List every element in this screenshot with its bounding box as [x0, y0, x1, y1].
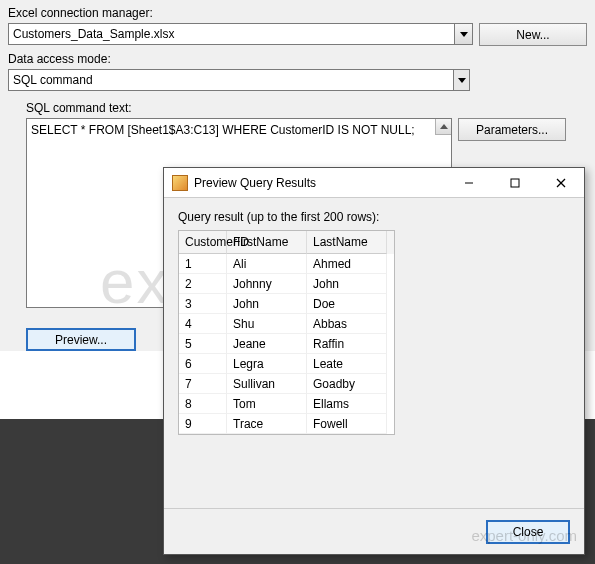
- table-cell: Abbas: [307, 314, 387, 334]
- data-access-mode-value: SQL command: [13, 73, 93, 87]
- table-cell: Jeane: [227, 334, 307, 354]
- table-cell: Doe: [307, 294, 387, 314]
- table-cell: 5: [179, 334, 227, 354]
- sql-command-content: SELECT * FROM [Sheet1$A3:C13] WHERE Cust…: [31, 123, 415, 137]
- table-cell: Goadby: [307, 374, 387, 394]
- table-row[interactable]: 8TomEllams: [179, 394, 394, 414]
- svg-rect-1: [511, 179, 519, 187]
- table-cell: Trace: [227, 414, 307, 434]
- column-header[interactable]: CustomerID: [179, 231, 227, 254]
- parameters-button[interactable]: Parameters...: [458, 118, 566, 141]
- maximize-icon[interactable]: [492, 168, 538, 198]
- close-button[interactable]: Close: [486, 520, 570, 544]
- table-cell: John: [307, 274, 387, 294]
- table-cell: 8: [179, 394, 227, 414]
- table-row[interactable]: 1AliAhmed: [179, 254, 394, 274]
- table-row[interactable]: 3JohnDoe: [179, 294, 394, 314]
- table-cell: Leate: [307, 354, 387, 374]
- table-cell: 6: [179, 354, 227, 374]
- connection-manager-label: Excel connection manager:: [8, 6, 587, 20]
- data-access-mode-combo[interactable]: SQL command: [8, 69, 470, 91]
- table-cell: Johnny: [227, 274, 307, 294]
- chevron-down-icon[interactable]: [453, 70, 469, 90]
- table-cell: 4: [179, 314, 227, 334]
- results-grid: CustomerID FirstName LastName 1AliAhmed2…: [178, 230, 395, 435]
- minimize-icon[interactable]: [446, 168, 492, 198]
- table-row[interactable]: 7SullivanGoadby: [179, 374, 394, 394]
- new-connection-button[interactable]: New...: [479, 23, 587, 46]
- table-cell: Tom: [227, 394, 307, 414]
- scroll-up-icon[interactable]: [435, 119, 451, 135]
- chevron-down-icon[interactable]: [454, 24, 472, 44]
- table-cell: Sullivan: [227, 374, 307, 394]
- table-cell: Legra: [227, 354, 307, 374]
- dialog-title: Preview Query Results: [194, 176, 446, 190]
- table-cell: Raffin: [307, 334, 387, 354]
- table-cell: Ahmed: [307, 254, 387, 274]
- table-row[interactable]: 4ShuAbbas: [179, 314, 394, 334]
- close-icon[interactable]: [538, 168, 584, 198]
- connection-manager-combo[interactable]: Customers_Data_Sample.xlsx: [8, 23, 473, 45]
- sql-command-text-label: SQL command text:: [26, 101, 587, 115]
- preview-button[interactable]: Preview...: [26, 328, 136, 351]
- table-cell: 3: [179, 294, 227, 314]
- grid-header: CustomerID FirstName LastName: [179, 231, 394, 254]
- table-cell: 9: [179, 414, 227, 434]
- table-row[interactable]: 9TraceFowell: [179, 414, 394, 434]
- table-row[interactable]: 2JohnnyJohn: [179, 274, 394, 294]
- app-icon: [172, 175, 188, 191]
- table-row[interactable]: 5JeaneRaffin: [179, 334, 394, 354]
- column-header[interactable]: FirstName: [227, 231, 307, 254]
- query-result-hint: Query result (up to the first 200 rows):: [178, 210, 379, 224]
- table-cell: 1: [179, 254, 227, 274]
- table-cell: Fowell: [307, 414, 387, 434]
- table-cell: 7: [179, 374, 227, 394]
- table-cell: Shu: [227, 314, 307, 334]
- data-access-mode-label: Data access mode:: [8, 52, 587, 66]
- table-row[interactable]: 6LegraLeate: [179, 354, 394, 374]
- table-cell: Ellams: [307, 394, 387, 414]
- table-cell: Ali: [227, 254, 307, 274]
- table-cell: John: [227, 294, 307, 314]
- preview-results-dialog: Preview Query Results Query result (up t…: [163, 167, 585, 555]
- table-cell: 2: [179, 274, 227, 294]
- dialog-titlebar[interactable]: Preview Query Results: [164, 168, 584, 198]
- connection-manager-value: Customers_Data_Sample.xlsx: [13, 27, 174, 41]
- column-header[interactable]: LastName: [307, 231, 387, 254]
- grid-body: 1AliAhmed2JohnnyJohn3JohnDoe4ShuAbbas5Je…: [179, 254, 394, 434]
